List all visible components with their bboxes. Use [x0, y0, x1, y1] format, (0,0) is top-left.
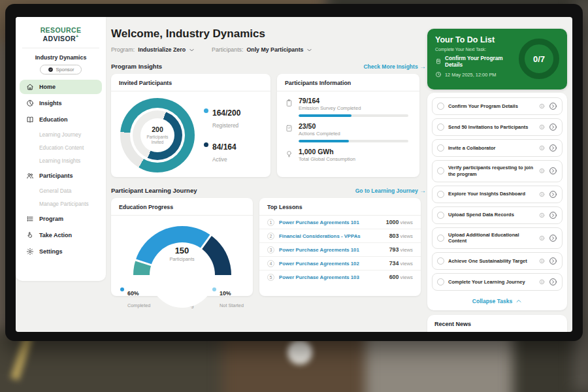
info-icon[interactable] [539, 168, 545, 174]
sidebar-item-program[interactable]: Program [20, 212, 102, 226]
people-icon [26, 172, 34, 180]
sidebar-item-education-content[interactable]: Education Content [20, 142, 102, 154]
task-checkbox[interactable] [437, 212, 444, 219]
arrow-right-icon: → [419, 63, 426, 70]
sidebar-item-insights[interactable]: Insights [20, 96, 102, 110]
sidebar-item-manage-participants[interactable]: Manage Participants [20, 198, 102, 210]
task-checkbox[interactable] [437, 257, 444, 265]
task-checkbox[interactable] [437, 144, 444, 152]
sidebar-item-home[interactable]: Home [20, 80, 102, 94]
info-icon[interactable] [539, 124, 545, 130]
sidebar-item-participants[interactable]: Participants [20, 169, 102, 183]
info-icon[interactable] [539, 212, 545, 218]
lesson-views: 793 views [389, 246, 413, 253]
task-checkbox[interactable] [437, 123, 444, 131]
task-checkbox[interactable] [437, 191, 444, 198]
info-icon[interactable] [539, 145, 545, 151]
task-row[interactable]: Upload Additional Educational Content [432, 227, 563, 250]
sidebar-item-settings[interactable]: Settings [20, 244, 102, 259]
task-label: Send 50 Invitations to Participants [448, 124, 535, 131]
chevron-right-circle-icon[interactable] [549, 257, 557, 265]
task-checkbox[interactable] [437, 235, 444, 242]
lesson-row: 4 Power Purchase Agreements 102 734 view… [259, 257, 421, 270]
collapse-label: Collapse Tasks [472, 298, 512, 304]
legend-dot [120, 287, 124, 291]
logo-primary: RESOURCE [41, 26, 82, 34]
task-row[interactable]: Complete Your Learning Journey [432, 273, 563, 291]
sidebar-item-take-action[interactable]: Take Action [20, 228, 102, 242]
sidebar-item-learning-insights[interactable]: Learning Insights [20, 155, 102, 167]
task-row[interactable]: Invite a Collaborator [432, 139, 563, 157]
chevron-right-circle-icon[interactable] [549, 102, 557, 110]
collapse-tasks-link[interactable]: Collapse Tasks [432, 294, 563, 308]
metric-emission-survey: 79/164 Emission Survey Completed [277, 91, 419, 117]
chevron-right-circle-icon[interactable] [549, 278, 557, 286]
chevron-right-circle-icon[interactable] [549, 123, 557, 131]
donut-center: 200 Participants Invited [140, 118, 174, 152]
lesson-link[interactable]: Power Purchase Agreements 101 [279, 220, 382, 225]
logo-secondary: ADVISOR [42, 35, 76, 42]
lesson-link[interactable]: Financial Considerations - VPPAs [279, 233, 385, 239]
go-to-learning-journey-link[interactable]: Go to Learning Journey → [355, 187, 426, 194]
gear-icon [26, 248, 34, 255]
book-icon [26, 116, 34, 123]
chevron-right-circle-icon[interactable] [549, 234, 557, 242]
lesson-rank: 4 [267, 260, 274, 267]
card-title: Education Progress [111, 198, 253, 216]
sidebar-item-learning-journey[interactable]: Learning Journey [20, 129, 102, 140]
lesson-link[interactable]: Power Purchase Agreements 103 [279, 274, 385, 280]
photo-scene: RESOURCE ADVISOR+ Industry Dynamics Spon… [0, 0, 588, 392]
sidebar-item-label: Insights [39, 100, 62, 106]
lesson-link[interactable]: Power Purchase Agreements 101 [279, 247, 385, 253]
sponsor-badge[interactable]: Sponsor [40, 65, 82, 74]
lesson-views: 734 views [389, 260, 413, 267]
chevron-down-icon [306, 47, 312, 53]
task-row[interactable]: Achieve One Sustainability Target [432, 252, 563, 270]
filters-row: Program: Industrialize Zero Participants… [111, 46, 426, 53]
info-icon[interactable] [539, 191, 545, 197]
info-icon[interactable] [539, 235, 545, 241]
hand-pointer-icon [26, 231, 34, 239]
sponsor-icon [48, 67, 54, 73]
tasks-list: Confirm Your Program Details Send 50 Inv… [432, 97, 563, 291]
chevron-right-circle-icon[interactable] [549, 211, 557, 220]
legend-dot [204, 142, 208, 147]
check-more-insights-link[interactable]: Check More Insights → [363, 63, 426, 70]
active-value: 84/164 [212, 142, 237, 152]
task-row[interactable]: Confirm Your Program Details [432, 97, 563, 115]
next-task[interactable]: Confirm Your Program Details [435, 55, 520, 68]
participants-label: Participants: [212, 46, 243, 53]
task-checkbox[interactable] [437, 278, 444, 286]
task-row[interactable]: Explore Your Insights Dashboard [432, 186, 563, 203]
metric-value: 79/164 [299, 97, 408, 105]
task-row[interactable]: Verify participants requesting to join t… [432, 160, 563, 182]
datetime-label: 12 May 2025, 12:00 PM [445, 72, 496, 78]
info-icon[interactable] [539, 258, 545, 264]
chevron-right-circle-icon[interactable] [549, 167, 557, 175]
invited-participants-card: Invited Participants 200 Participants In… [111, 74, 270, 177]
sidebar-item-education[interactable]: Education [20, 112, 102, 127]
lesson-link[interactable]: Power Purchase Agreements 102 [279, 261, 385, 267]
task-row[interactable]: Send 50 Invitations to Participants [432, 118, 563, 136]
participants-dropdown[interactable]: Participants: Only My Participants [212, 46, 312, 53]
task-row[interactable]: Upload Spend Data Records [432, 206, 563, 224]
next-task-label: Confirm Your Program Details [445, 55, 520, 68]
task-checkbox[interactable] [437, 167, 444, 174]
org-name: Industry Dynamics [16, 54, 106, 61]
legend-registered: 164/200 Registered [204, 106, 240, 130]
info-icon[interactable] [539, 279, 545, 285]
program-dropdown[interactable]: Program: Industrialize Zero [111, 46, 195, 53]
invited-donut-chart: 200 Participants Invited [120, 98, 195, 172]
info-icon[interactable] [539, 103, 545, 109]
sidebar-item-general-data[interactable]: General Data [20, 185, 102, 197]
lesson-row: 2 Financial Considerations - VPPAs 803 v… [259, 229, 421, 243]
chevron-right-circle-icon[interactable] [549, 144, 557, 152]
sponsor-label: Sponsor [56, 67, 74, 73]
chevron-right-circle-icon[interactable] [549, 190, 557, 199]
task-checkbox[interactable] [437, 103, 444, 110]
progress-track [299, 114, 408, 117]
insights-cards-row: Invited Participants 200 Participants In… [111, 74, 426, 177]
progress-fill [299, 140, 349, 142]
card-title: Participants Information [277, 74, 419, 91]
task-label: Confirm Your Program Details [448, 103, 535, 110]
